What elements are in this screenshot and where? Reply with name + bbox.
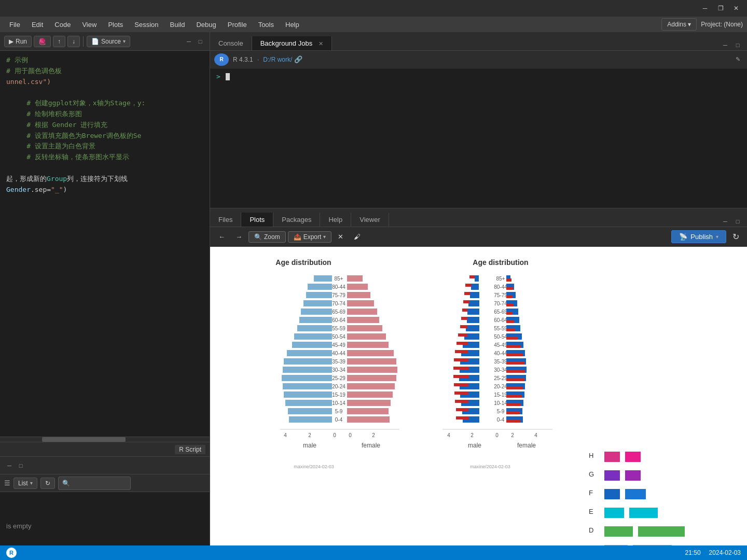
svg-text:4: 4 xyxy=(284,432,287,438)
svg-rect-103 xyxy=(462,309,467,312)
restore-button[interactable]: ❐ xyxy=(714,3,727,13)
search-icon: 🔍 xyxy=(62,480,70,487)
list-button[interactable]: List ▾ xyxy=(13,478,37,489)
menu-session[interactable]: Session xyxy=(129,19,163,31)
prev-plot-btn[interactable]: ← xyxy=(214,231,229,242)
svg-rect-162 xyxy=(604,452,620,462)
svg-rect-82 xyxy=(471,284,479,290)
down-button[interactable]: ↓ xyxy=(67,36,80,47)
refresh-env-button[interactable]: ↻ xyxy=(40,478,55,489)
tab-background-jobs[interactable]: Background Jobs ✕ xyxy=(252,36,332,50)
tab-files[interactable]: Files xyxy=(210,213,241,227)
svg-text:2: 2 xyxy=(471,432,474,438)
tab-console[interactable]: Console xyxy=(210,36,252,50)
close-button[interactable]: ✕ xyxy=(729,3,743,13)
svg-text:E: E xyxy=(589,508,593,515)
plots-tab-actions: ─ □ xyxy=(716,216,747,227)
svg-rect-108 xyxy=(455,350,468,353)
svg-rect-48 xyxy=(347,367,397,373)
svg-text:30-34: 30-34 xyxy=(494,367,507,373)
run-button[interactable]: ▶ Run xyxy=(4,36,32,47)
tab-close-icon[interactable]: ✕ xyxy=(319,40,323,47)
menu-view[interactable]: View xyxy=(77,19,102,31)
svg-rect-149 xyxy=(506,395,522,398)
console-toolbar-right: ✎ xyxy=(732,54,743,65)
env-minimize-btn[interactable]: ─ xyxy=(4,460,15,471)
menu-help[interactable]: Help xyxy=(280,19,305,31)
svg-text:F: F xyxy=(589,489,593,497)
up-button[interactable]: ↑ xyxy=(53,36,65,47)
publish-icon: 📡 xyxy=(679,233,687,241)
code-editor[interactable]: # 示例 # 用于颜色调色板 unnel.csv") # 创建ggplot对象，… xyxy=(0,51,210,437)
menu-plots[interactable]: Plots xyxy=(103,19,128,31)
code-line xyxy=(6,87,203,98)
brush-btn[interactable]: 🖌 xyxy=(350,231,365,242)
editor-scrollbar[interactable] xyxy=(0,437,210,442)
svg-text:G: G xyxy=(589,470,594,478)
svg-text:maxine/2024-02-03: maxine/2024-02-03 xyxy=(294,464,334,469)
plots-panel: Files Plots Packages Help Viewer ─ □ ← → xyxy=(210,208,747,560)
r-version: R 4.3.1 xyxy=(233,56,253,63)
empty-message: is empty xyxy=(6,522,31,530)
svg-rect-100 xyxy=(465,284,472,287)
menu-debug[interactable]: Debug xyxy=(191,19,221,31)
toolbar-separator xyxy=(83,36,84,47)
addins-btn[interactable]: Addins ▾ xyxy=(661,18,697,31)
menu-file[interactable]: File xyxy=(4,19,25,31)
console-area[interactable]: > xyxy=(210,68,747,208)
delete-plot-btn[interactable]: ✕ xyxy=(334,231,348,242)
editor-maximize-btn[interactable]: □ xyxy=(195,36,205,47)
menu-code[interactable]: Code xyxy=(49,19,76,31)
source-button[interactable]: 📄 Source ▾ xyxy=(87,36,130,47)
plots-maximize-btn[interactable]: □ xyxy=(732,216,743,227)
svg-rect-53 xyxy=(347,408,389,414)
menu-edit[interactable]: Edit xyxy=(26,19,48,31)
tab-viewer[interactable]: Viewer xyxy=(351,213,389,227)
console-edit-btn[interactable]: ✎ xyxy=(732,54,743,65)
console-minimize-btn[interactable]: ─ xyxy=(720,40,730,50)
tab-packages[interactable]: Packages xyxy=(273,213,320,227)
zoom-button[interactable]: 🔍 Zoom xyxy=(248,231,286,243)
svg-text:0-4: 0-4 xyxy=(335,417,343,423)
svg-text:80-44: 80-44 xyxy=(494,284,507,290)
plots-minimize-btn[interactable]: ─ xyxy=(720,216,730,227)
minimize-button[interactable]: ─ xyxy=(698,3,712,13)
svg-rect-52 xyxy=(347,400,391,406)
svg-text:65-69: 65-69 xyxy=(332,309,345,315)
knit-button[interactable]: 🧶 xyxy=(34,36,51,47)
next-plot-btn[interactable]: → xyxy=(231,231,246,242)
status-date: 2024-02-03 xyxy=(709,549,741,556)
scrollbar-thumb xyxy=(42,437,126,442)
svg-rect-110 xyxy=(453,367,469,370)
console-maximize-btn[interactable]: □ xyxy=(732,40,743,50)
env-maximize-btn[interactable]: □ xyxy=(16,460,26,471)
svg-text:15-19: 15-19 xyxy=(494,392,507,398)
svg-rect-116 xyxy=(456,416,469,419)
console-toolbar: R R 4.3.1 · D:/R work/ 🔗 ✎ xyxy=(210,51,747,68)
svg-text:4: 4 xyxy=(447,432,450,438)
export-button[interactable]: 📤 Export ▾ xyxy=(288,231,332,243)
svg-rect-36 xyxy=(289,416,332,423)
svg-rect-137 xyxy=(506,295,513,298)
publish-button[interactable]: 📡 Publish ▾ xyxy=(671,230,726,243)
tab-help[interactable]: Help xyxy=(320,213,351,227)
tab-plots[interactable]: Plots xyxy=(241,213,273,227)
menu-build[interactable]: Build xyxy=(165,19,190,31)
svg-text:75-79: 75-79 xyxy=(494,292,507,298)
editor-minimize-btn[interactable]: ─ xyxy=(184,36,194,47)
svg-rect-33 xyxy=(284,391,332,398)
svg-text:50-54: 50-54 xyxy=(332,334,345,340)
menu-profile[interactable]: Profile xyxy=(223,19,252,31)
svg-rect-27 xyxy=(292,342,332,348)
menu-tools[interactable]: Tools xyxy=(253,19,279,31)
svg-rect-25 xyxy=(297,325,332,331)
svg-text:25-29: 25-29 xyxy=(494,375,507,381)
svg-text:75-79: 75-79 xyxy=(332,292,345,298)
chart2-title: Age distribution xyxy=(473,258,528,267)
refresh-btn[interactable]: ↻ xyxy=(728,230,743,244)
svg-text:2: 2 xyxy=(308,432,311,438)
plots-tab-bar: Files Plots Packages Help Viewer ─ □ xyxy=(210,208,747,227)
svg-rect-145 xyxy=(506,361,524,365)
svg-rect-175 xyxy=(638,526,685,537)
script-type-badge: R Script xyxy=(175,445,205,454)
